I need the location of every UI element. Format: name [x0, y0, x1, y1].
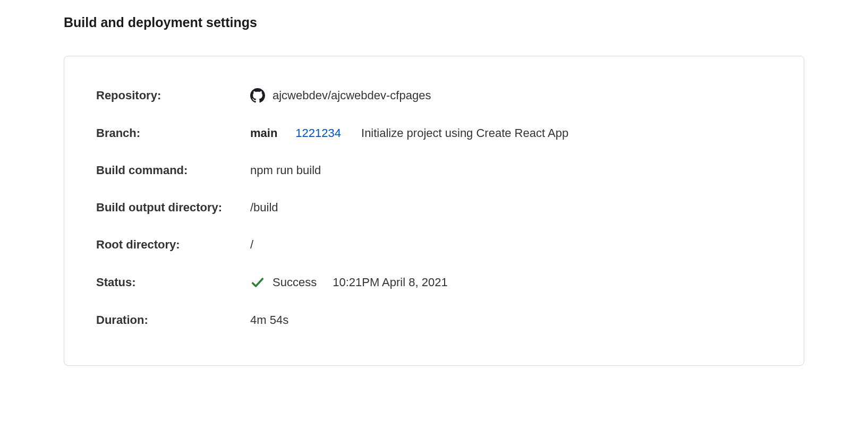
commit-hash-link[interactable]: 1221234 [295, 126, 341, 140]
status-value: Success 10:21PM April 8, 2021 [250, 275, 448, 290]
github-icon [250, 88, 265, 103]
duration-value: 4m 54s [250, 313, 288, 327]
build-output-text: /build [250, 201, 278, 214]
branch-value: main 1221234 Initialize project using Cr… [250, 126, 568, 140]
repository-label: Repository: [96, 89, 250, 102]
commit-message: Initialize project using Create React Ap… [361, 126, 568, 140]
root-directory-value: / [250, 238, 253, 252]
build-command-value: npm run build [250, 164, 321, 177]
branch-row: Branch: main 1221234 Initialize project … [96, 126, 772, 140]
repository-name[interactable]: ajcwebdev/ajcwebdev-cfpages [273, 89, 431, 102]
status-label: Status: [96, 276, 250, 289]
section-title: Build and deployment settings [64, 15, 804, 30]
build-command-label: Build command: [96, 164, 250, 177]
duration-row: Duration: 4m 54s [96, 313, 772, 327]
status-timestamp: 10:21PM April 8, 2021 [333, 276, 447, 289]
settings-card: Repository: ajcwebdev/ajcwebdev-cfpages … [64, 56, 804, 366]
status-text: Success [273, 276, 317, 289]
repository-value: ajcwebdev/ajcwebdev-cfpages [250, 88, 431, 103]
branch-label: Branch: [96, 126, 250, 140]
root-directory-text: / [250, 238, 253, 252]
status-row: Status: Success 10:21PM April 8, 2021 [96, 275, 772, 290]
duration-text: 4m 54s [250, 313, 288, 327]
checkmark-icon [250, 275, 265, 290]
build-command-row: Build command: npm run build [96, 164, 772, 177]
root-directory-label: Root directory: [96, 238, 250, 252]
duration-label: Duration: [96, 313, 250, 327]
repository-row: Repository: ajcwebdev/ajcwebdev-cfpages [96, 88, 772, 103]
build-output-label: Build output directory: [96, 201, 250, 214]
build-output-row: Build output directory: /build [96, 201, 772, 214]
root-directory-row: Root directory: / [96, 238, 772, 252]
branch-name: main [250, 126, 277, 140]
build-output-value: /build [250, 201, 278, 214]
build-command-text: npm run build [250, 164, 321, 177]
